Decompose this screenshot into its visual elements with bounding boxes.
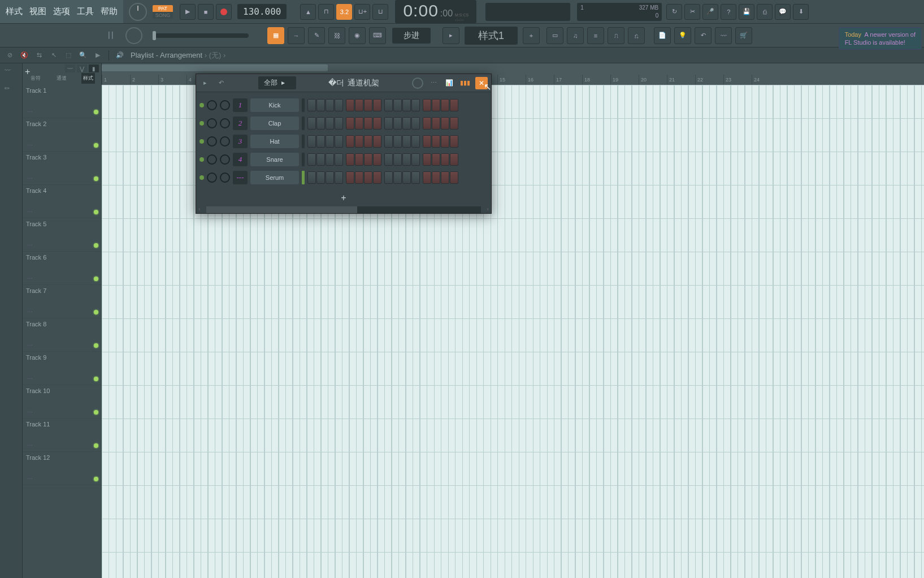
step-button[interactable] [411,171,420,184]
channel-led-icon[interactable] [199,103,204,107]
countdown-icon[interactable]: 3.2 [336,4,352,20]
track-led-icon[interactable] [94,310,98,314]
timeline-tick[interactable]: 22 [695,75,723,85]
step-button[interactable] [384,99,393,111]
draw-tool-icon[interactable]: 〰 [5,67,18,80]
channel-name-button[interactable]: Hat [250,135,299,148]
step-button[interactable] [335,171,343,184]
step-button[interactable] [316,171,325,184]
step-button[interactable] [402,153,411,166]
step-button[interactable] [326,117,334,130]
tool-speaker-icon[interactable]: 🔊 [114,49,126,62]
track-row[interactable]: Track 8… [23,318,102,352]
step-button[interactable] [441,99,449,111]
track-led-icon[interactable] [94,343,98,348]
step-button[interactable] [355,117,363,130]
step-button[interactable] [307,117,316,130]
channel-number[interactable]: 2 [233,117,248,130]
step-button[interactable] [326,135,334,148]
tool-file-icon[interactable]: 📄 [654,27,671,44]
step-button[interactable] [432,117,440,130]
undo-history-icon[interactable]: ↻ [666,4,682,20]
timeline-tick[interactable]: 1 [102,75,130,85]
track-led-icon[interactable] [94,210,98,214]
song-mode[interactable]: SONG [153,12,173,19]
rack-undo-icon[interactable]: ↶ [215,77,227,89]
panel-paint-icon[interactable]: ✎ [308,27,325,44]
step-button[interactable] [346,171,354,184]
tempo-display[interactable]: 130.000 [237,4,287,19]
step-button[interactable] [335,117,343,130]
track-row[interactable]: Track 9… [23,352,102,385]
tool-mute-icon[interactable]: 🔇 [18,49,31,62]
step-button[interactable] [373,99,381,111]
track-led-icon[interactable] [94,377,98,381]
rack-swing-knob[interactable] [412,77,423,89]
step-button[interactable] [326,153,334,166]
step-button[interactable] [364,153,372,166]
step-button[interactable] [316,153,325,166]
track-led-icon[interactable] [94,176,98,181]
rack-step-icon[interactable]: ▮▮▮ [459,77,471,89]
track-row[interactable]: Track 11… [23,419,102,452]
step-button[interactable] [402,135,411,148]
timeline-tick[interactable]: 24 [752,75,780,85]
step-button[interactable] [355,153,363,166]
tool-select-icon[interactable]: ⬚ [62,49,75,62]
step-button[interactable] [432,153,440,166]
channel-led-icon[interactable] [199,157,204,162]
timeline-tick[interactable]: 19 [610,75,639,85]
channel-number[interactable]: 4 [233,153,248,166]
step-button[interactable] [411,99,420,111]
pat-mode[interactable]: PAT [153,5,173,12]
pitch-knob[interactable] [125,27,142,44]
step-button[interactable] [393,135,402,148]
mic-icon[interactable]: 🎤 [702,4,718,20]
step-button[interactable] [432,135,440,148]
track-row[interactable]: Track 10… [23,385,102,419]
step-button[interactable] [373,171,381,184]
step-button[interactable] [384,135,393,148]
metronome-icon[interactable]: ▲ [300,4,316,20]
channel-number[interactable]: 3 [233,135,248,148]
channel-vol-knob[interactable] [220,154,230,165]
download-icon[interactable]: ⬇ [793,4,809,20]
view-channelrack-icon[interactable]: ≡ [587,27,604,44]
timeline-tick[interactable]: 15 [497,75,526,85]
record-button[interactable] [216,4,232,20]
step-button[interactable] [450,117,458,130]
menu-view[interactable]: 视图 [26,2,50,21]
help-icon[interactable]: ? [721,4,736,20]
step-button[interactable] [402,171,411,184]
track-led-icon[interactable] [94,110,98,114]
panel-link-icon[interactable]: ⛓ [328,27,345,44]
menu-tools[interactable]: 工具 [73,2,97,21]
track-row[interactable]: Track 7… [23,285,102,318]
brush-tool-icon[interactable]: ✏ [5,85,18,98]
step-button[interactable] [316,135,325,148]
track-led-icon[interactable] [94,277,98,281]
track-led-icon[interactable] [94,243,98,248]
step-button[interactable] [355,99,363,111]
rack-filter-dropdown[interactable]: 全部 ▸ [258,76,296,89]
tool-wave-icon[interactable]: 〰 [715,27,732,44]
step-button[interactable] [307,153,316,166]
step-button[interactable] [326,171,334,184]
step-button[interactable] [450,171,458,184]
step-button[interactable] [423,171,431,184]
panel-playlist-icon[interactable]: ▦ [267,27,284,44]
step-button[interactable] [355,171,363,184]
step-button[interactable] [384,171,393,184]
step-button[interactable] [335,153,343,166]
step-button[interactable] [384,117,393,130]
step-button[interactable] [423,153,431,166]
timeline-tick[interactable]: 21 [667,75,695,85]
tool-zoom-icon[interactable]: 🔍 [77,49,89,62]
rack-scrollbar[interactable] [206,206,481,213]
step-button[interactable] [393,99,402,111]
step-button[interactable] [393,153,402,166]
time-display[interactable]: 0:00 :00 M:S:CS-:--:-- [395,0,476,23]
rack-graph-icon[interactable]: 📊 [444,77,455,89]
wait-input-icon[interactable]: ⊓ [318,4,334,20]
view-mixer-icon[interactable]: ⎍ [608,27,624,44]
